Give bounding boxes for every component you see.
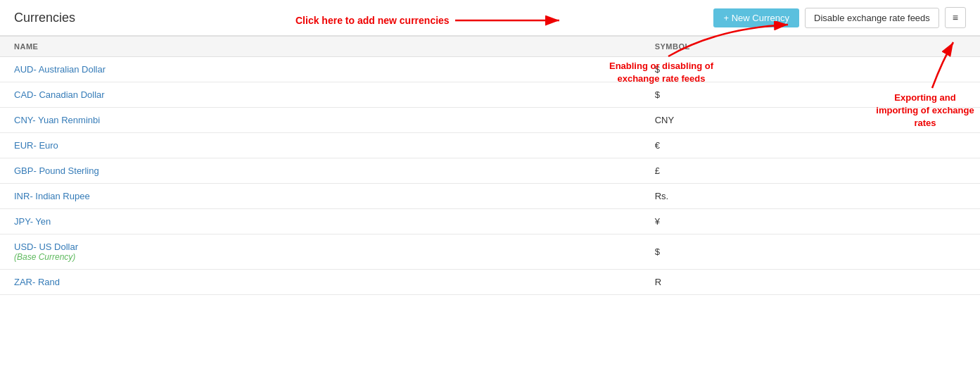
currency-name-cell: USD- US Dollar(Base Currency) [0, 234, 641, 270]
currency-name-cell: EUR- Euro [0, 133, 641, 158]
currency-name-link[interactable]: GBP- Pound Sterling [14, 165, 99, 176]
table-row: INR- Indian RupeeRs. [0, 184, 980, 209]
col-name: NAME [0, 37, 641, 57]
currency-name-link[interactable]: EUR- Euro [14, 140, 58, 151]
currency-symbol-cell: € [641, 133, 980, 158]
base-currency-label: (Base Currency) [14, 252, 627, 262]
page-wrapper: Currencies + New Currency Disable exchan… [0, 0, 980, 376]
header-actions: + New Currency Disable exchange rate fee… [713, 7, 966, 28]
currency-name-link[interactable]: CAD- Canadian Dollar [14, 89, 105, 100]
col-symbol: SYMBOL [641, 37, 980, 57]
new-currency-button[interactable]: + New Currency [713, 8, 799, 27]
currencies-table-wrapper: NAME SYMBOL AUD- Australian Dollar$CAD- … [0, 36, 980, 295]
table-header-row: NAME SYMBOL [0, 37, 980, 57]
currency-name-cell: AUD- Australian Dollar [0, 57, 641, 82]
table-row: USD- US Dollar(Base Currency)$ [0, 234, 980, 270]
currency-name-cell: JPY- Yen [0, 209, 641, 234]
currency-name-link[interactable]: INR- Indian Rupee [14, 191, 90, 201]
disable-feeds-button[interactable]: Disable exchange rate feeds [805, 8, 939, 28]
currency-symbol-cell: £ [641, 158, 980, 184]
table-row: GBP- Pound Sterling£ [0, 158, 980, 184]
table-row: CNY- Yuan RenminbiCNY [0, 108, 980, 133]
table-row: AUD- Australian Dollar$ [0, 57, 980, 82]
currency-symbol-cell: Rs. [641, 184, 980, 209]
table-row: EUR- Euro€ [0, 133, 980, 158]
currency-symbol-cell: CNY [641, 108, 980, 133]
currency-name-link[interactable]: AUD- Australian Dollar [14, 64, 106, 75]
currency-name-cell: CAD- Canadian Dollar [0, 82, 641, 108]
currency-name-link[interactable]: JPY- Yen [14, 216, 51, 227]
currency-symbol-cell: $ [641, 82, 980, 108]
currency-symbol-cell: $ [641, 234, 980, 270]
table-row: ZAR- RandR [0, 270, 980, 295]
page-title: Currencies [14, 11, 713, 25]
currency-name-cell: GBP- Pound Sterling [0, 158, 641, 184]
currency-name-cell: INR- Indian Rupee [0, 184, 641, 209]
currency-name-cell: ZAR- Rand [0, 270, 641, 295]
currency-symbol-cell: R [641, 270, 980, 295]
header: Currencies + New Currency Disable exchan… [0, 0, 980, 36]
currency-symbol-cell: $ [641, 57, 980, 82]
menu-button[interactable]: ≡ [945, 7, 966, 28]
currencies-table: NAME SYMBOL AUD- Australian Dollar$CAD- … [0, 36, 980, 295]
currency-name-cell: CNY- Yuan Renminbi [0, 108, 641, 133]
table-row: CAD- Canadian Dollar$ [0, 82, 980, 108]
table-row: JPY- Yen¥ [0, 209, 980, 234]
currency-name-link[interactable]: CNY- Yuan Renminbi [14, 115, 100, 125]
currency-name-link[interactable]: ZAR- Rand [14, 277, 60, 287]
currency-name-link[interactable]: USD- US Dollar [14, 242, 78, 252]
currency-symbol-cell: ¥ [641, 209, 980, 234]
